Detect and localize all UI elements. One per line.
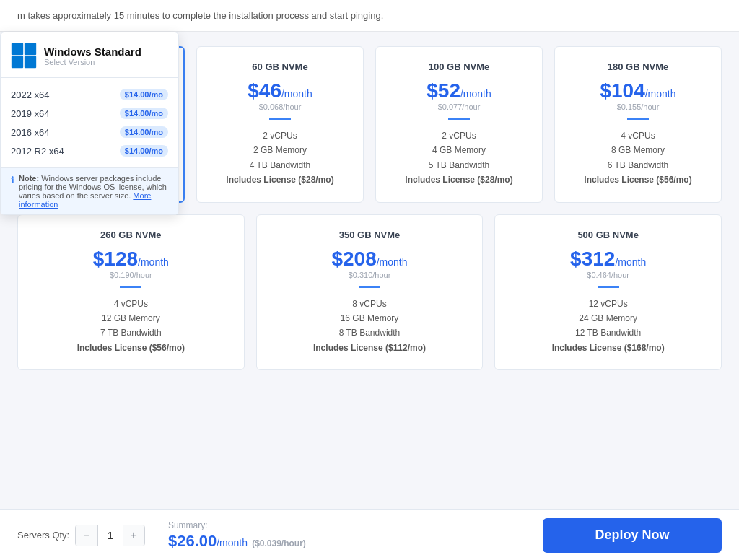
- summary-section: Summary: $26.00/month ($0.039/hour): [168, 520, 306, 551]
- summary-price-unit: /month: [217, 537, 248, 548]
- version-label: 2022 x64: [11, 89, 50, 100]
- version-dropdown: Windows Standard Select Version 2022 x64…: [0, 32, 179, 215]
- summary-label: Summary:: [168, 520, 306, 530]
- plan-license: Includes License ($56/mo): [567, 172, 709, 187]
- version-price-badge: $14.00/mo: [120, 108, 168, 119]
- plan-card[interactable]: 100 GB NVMe $52/month $0.077/hour 2 vCPU…: [375, 46, 543, 203]
- version-label: 2012 R2 x64: [11, 146, 64, 157]
- dropdown-title: Windows Standard: [44, 45, 141, 58]
- qty-decrease-button[interactable]: −: [76, 525, 97, 546]
- plan-bandwidth: 7 TB Bandwidth: [30, 325, 232, 340]
- plan-price-main: $52/month: [388, 79, 530, 102]
- plan-card[interactable]: 260 GB NVMe $128/month $0.190/hour 4 vCP…: [17, 214, 245, 371]
- dropdown-note-text: Note: Windows server packages include pr…: [19, 174, 168, 209]
- plan-price-unit: /month: [377, 256, 408, 268]
- dropdown-header: Windows Standard Select Version: [1, 43, 178, 78]
- info-bar: m takes approximately 15 minutes to comp…: [0, 0, 739, 32]
- plan-vcpu: 4 vCPUs: [567, 128, 709, 143]
- plan-price-unit: /month: [645, 88, 676, 100]
- version-row[interactable]: 2012 R2 x64$14.00/mo: [11, 141, 168, 160]
- plan-price-main: $46/month: [209, 79, 351, 102]
- qty-section: Servers Qty: − 1 +: [17, 525, 145, 546]
- dropdown-versions: 2022 x64$14.00/mo2019 x64$14.00/mo2016 x…: [1, 78, 178, 167]
- plan-bandwidth: 4 TB Bandwidth: [209, 158, 351, 172]
- plan-card[interactable]: 500 GB NVMe $312/month $0.464/hour 12 vC…: [494, 214, 722, 371]
- plan-storage: 260 GB NVMe: [30, 229, 232, 240]
- plan-vcpu: 2 vCPUs: [388, 128, 530, 143]
- plan-price-main: $128/month: [30, 248, 232, 271]
- plan-price-main: $312/month: [507, 248, 709, 271]
- main-content: Windows Standard Select Version 2022 x64…: [0, 32, 739, 509]
- qty-controls: − 1 +: [75, 525, 145, 546]
- summary-hourly: ($0.039/hour): [252, 538, 306, 548]
- plan-memory: 2 GB Memory: [209, 143, 351, 157]
- qty-increase-button[interactable]: +: [123, 525, 144, 546]
- plan-storage: 180 GB NVMe: [567, 61, 709, 72]
- info-icon: ℹ: [11, 175, 14, 185]
- plan-license: Includes License ($56/mo): [30, 341, 232, 355]
- deploy-now-button[interactable]: Deploy Now: [543, 518, 722, 553]
- qty-label: Servers Qty:: [17, 530, 69, 541]
- more-info-link[interactable]: More information: [19, 191, 151, 209]
- plan-memory: 4 GB Memory: [388, 143, 530, 157]
- plan-card[interactable]: 60 GB NVMe $46/month $0.068/hour 2 vCPUs…: [196, 46, 364, 203]
- version-row[interactable]: 2019 x64$14.00/mo: [11, 104, 168, 123]
- plan-storage: 100 GB NVMe: [388, 61, 530, 72]
- plan-divider: [359, 286, 380, 288]
- qty-value: 1: [97, 525, 123, 546]
- plan-price-unit: /month: [138, 256, 169, 268]
- version-label: 2019 x64: [11, 108, 50, 119]
- plan-price-unit: /month: [460, 88, 491, 100]
- plan-bandwidth: 5 TB Bandwidth: [388, 158, 530, 172]
- plan-license: Includes License ($112/mo): [268, 341, 471, 355]
- plan-price-hourly: $0.068/hour: [209, 102, 351, 111]
- version-label: 2016 x64: [11, 127, 50, 138]
- plan-price-hourly: $0.310/hour: [268, 271, 471, 279]
- plan-storage: 350 GB NVMe: [268, 229, 471, 240]
- plan-divider: [269, 118, 291, 120]
- plan-divider: [598, 286, 619, 288]
- dropdown-note: ℹ Note: Windows server packages include …: [1, 167, 178, 214]
- plan-price-hourly: $0.190/hour: [30, 271, 232, 279]
- plan-card[interactable]: 180 GB NVMe $104/month $0.155/hour 4 vCP…: [554, 46, 722, 203]
- plan-price-unit: /month: [281, 88, 312, 100]
- plan-vcpu: 4 vCPUs: [30, 297, 232, 311]
- plan-divider: [627, 118, 649, 120]
- plan-specs: 4 vCPUs 8 GB Memory 6 TB Bandwidth Inclu…: [567, 128, 709, 188]
- plan-price-unit: /month: [615, 256, 646, 268]
- plan-specs: 4 vCPUs 12 GB Memory 7 TB Bandwidth Incl…: [30, 297, 232, 356]
- plan-storage: 60 GB NVMe: [209, 61, 351, 72]
- summary-price: $26.00/month ($0.039/hour): [168, 532, 306, 551]
- plan-vcpu: 12 vCPUs: [507, 297, 709, 311]
- plan-specs: 2 vCPUs 2 GB Memory 4 TB Bandwidth Inclu…: [209, 128, 351, 188]
- svg-rect-3: [25, 56, 36, 68]
- plan-bandwidth: 6 TB Bandwidth: [567, 158, 709, 172]
- plan-card[interactable]: 350 GB NVMe $208/month $0.310/hour 8 vCP…: [256, 214, 484, 371]
- plan-license: Includes License ($168/mo): [507, 341, 709, 355]
- plan-vcpu: 8 vCPUs: [268, 297, 471, 311]
- page-wrapper: m takes approximately 15 minutes to comp…: [0, 0, 739, 560]
- plan-specs: 8 vCPUs 16 GB Memory 8 TB Bandwidth Incl…: [268, 297, 471, 356]
- plan-divider: [448, 118, 470, 120]
- plan-memory: 24 GB Memory: [507, 311, 709, 325]
- plan-memory: 12 GB Memory: [30, 311, 232, 325]
- version-row[interactable]: 2016 x64$14.00/mo: [11, 123, 168, 141]
- plan-memory: 8 GB Memory: [567, 143, 709, 157]
- dropdown-title-group: Windows Standard Select Version: [44, 45, 141, 66]
- plan-license: Includes License ($28/mo): [388, 172, 530, 187]
- plan-bandwidth: 8 TB Bandwidth: [268, 325, 471, 340]
- plan-price-hourly: $0.077/hour: [388, 102, 530, 111]
- bottom-bar: Servers Qty: − 1 + Summary: $26.00/month…: [0, 509, 739, 560]
- version-price-badge: $14.00/mo: [120, 126, 168, 138]
- plan-vcpu: 2 vCPUs: [209, 128, 351, 143]
- plan-memory: 16 GB Memory: [268, 311, 471, 325]
- version-price-badge: $14.00/mo: [120, 145, 168, 157]
- plan-specs: 12 vCPUs 24 GB Memory 12 TB Bandwidth In…: [507, 297, 709, 356]
- plan-divider: [120, 286, 141, 288]
- plan-bandwidth: 12 TB Bandwidth: [507, 325, 709, 340]
- plan-price-hourly: $0.155/hour: [567, 102, 709, 111]
- plan-specs: 2 vCPUs 4 GB Memory 5 TB Bandwidth Inclu…: [388, 128, 530, 188]
- svg-rect-0: [12, 43, 23, 55]
- svg-rect-2: [12, 56, 23, 68]
- version-row[interactable]: 2022 x64$14.00/mo: [11, 85, 168, 104]
